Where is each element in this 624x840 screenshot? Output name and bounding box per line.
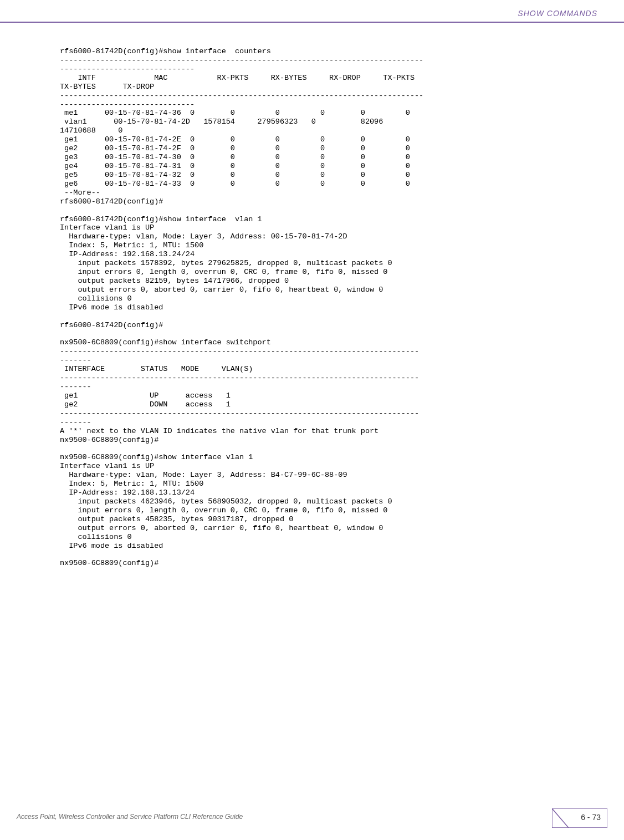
page-number-box: 6 - 73: [552, 808, 607, 828]
terminal-output: rfs6000-81742D(config)#show interface co…: [60, 47, 613, 568]
header-divider: [0, 22, 624, 23]
content-area: rfs6000-81742D(config)#show interface co…: [60, 47, 613, 568]
footer-doc-title: Access Point, Wireless Controller and Se…: [17, 813, 243, 821]
page-number: 6 - 73: [581, 813, 601, 822]
page-header-title: SHOW COMMANDS: [518, 9, 597, 18]
